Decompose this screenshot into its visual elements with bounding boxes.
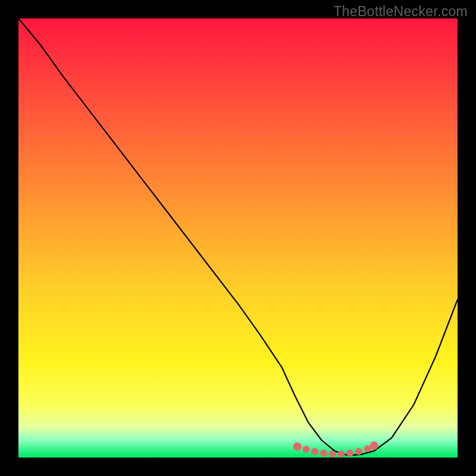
curve-svg xyxy=(18,18,458,458)
optimal-range-markers xyxy=(293,441,378,458)
marker-dot xyxy=(293,443,302,451)
bottleneck-curve xyxy=(18,18,458,455)
chart-frame: TheBottleNecker.com xyxy=(0,0,476,476)
plot-area xyxy=(18,18,458,458)
marker-dot xyxy=(311,448,318,455)
marker-dot xyxy=(337,450,345,458)
marker-dot xyxy=(320,450,327,457)
marker-dot xyxy=(329,450,336,458)
marker-dot xyxy=(355,448,362,455)
marker-dot xyxy=(370,441,378,450)
watermark-text: TheBottleNecker.com xyxy=(333,4,468,20)
marker-dot xyxy=(302,446,309,453)
marker-dot xyxy=(346,450,353,457)
